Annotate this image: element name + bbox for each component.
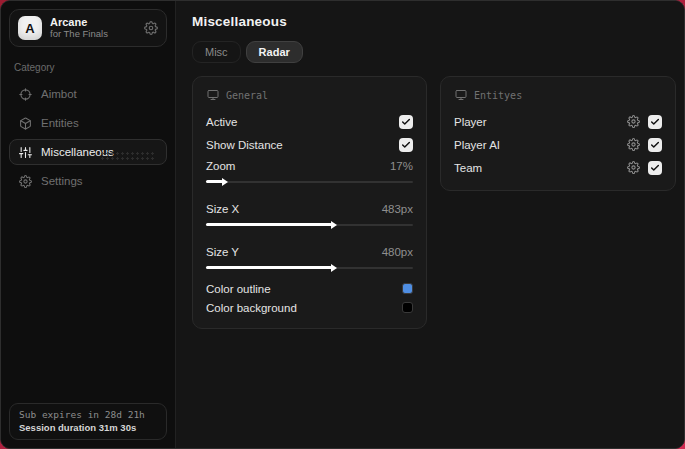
- size-y-slider[interactable]: [206, 263, 413, 272]
- gear-icon: [19, 175, 32, 188]
- sidebar-item-label: Miscellaneous: [41, 146, 114, 158]
- category-label: Category: [14, 62, 167, 73]
- team-settings-gear-icon[interactable]: [627, 161, 640, 174]
- entity-row-team: Team: [454, 156, 662, 179]
- entity-row-player: Player: [454, 110, 662, 133]
- page-title: Miscellaneous: [192, 14, 676, 29]
- tab-bar: Misc Radar: [192, 41, 676, 63]
- color-outline-swatch[interactable]: [402, 283, 413, 294]
- team-checkbox[interactable]: [648, 161, 662, 175]
- panels-row: General Active Show Distance Z: [192, 76, 676, 329]
- tab-radar[interactable]: Radar: [246, 41, 303, 63]
- zoom-slider-fill: [206, 180, 223, 183]
- sidebar-item-aimbot[interactable]: Aimbot: [9, 81, 167, 107]
- crosshair-icon: [19, 88, 32, 101]
- app-name: Arcane: [50, 16, 136, 29]
- entities-panel-header: Entityes: [455, 89, 662, 101]
- header-gear-icon[interactable]: [144, 21, 158, 35]
- zoom-value: 17%: [390, 160, 413, 172]
- entities-panel-title: Entityes: [474, 90, 522, 101]
- entities-panel: Entityes Player Player AI: [440, 76, 676, 191]
- setting-row-zoom: Zoom 17%: [206, 156, 413, 186]
- general-panel-title: General: [226, 90, 268, 101]
- active-checkbox[interactable]: [399, 115, 413, 129]
- box-icon: [19, 117, 32, 130]
- color-background-swatch[interactable]: [402, 302, 413, 313]
- sidebar-item-entities[interactable]: Entities: [9, 110, 167, 136]
- session-duration: Session duration 31m 30s: [19, 422, 157, 433]
- setting-row-show-distance: Show Distance: [206, 133, 413, 156]
- player-ai-settings-gear-icon[interactable]: [627, 138, 640, 151]
- size-x-value: 483px: [382, 203, 413, 215]
- brand-text: Arcane for The Finals: [50, 16, 136, 40]
- size-x-slider-fill: [206, 223, 332, 226]
- setting-row-color-background: Color background: [206, 298, 413, 317]
- brand-card: A Arcane for The Finals: [9, 9, 167, 47]
- app-logo: A: [18, 16, 42, 40]
- app-subtitle: for The Finals: [50, 29, 136, 40]
- sidebar-item-settings[interactable]: Settings: [9, 168, 167, 194]
- sidebar-nav: Aimbot Entities Miscellaneous Settings: [9, 81, 167, 194]
- monitor-icon: [455, 89, 467, 101]
- main-content: Miscellaneous Misc Radar General Active: [176, 1, 685, 448]
- player-settings-gear-icon[interactable]: [627, 115, 640, 128]
- size-y-slider-fill: [206, 266, 332, 269]
- player-ai-checkbox[interactable]: [648, 138, 662, 152]
- sliders-icon: [19, 146, 32, 159]
- zoom-slider[interactable]: [206, 177, 413, 186]
- sidebar-item-label: Entities: [41, 117, 79, 129]
- tab-misc[interactable]: Misc: [192, 41, 241, 63]
- monitor-icon: [207, 89, 219, 101]
- sidebar-item-label: Settings: [41, 175, 83, 187]
- size-y-value: 480px: [382, 246, 413, 258]
- show-distance-checkbox[interactable]: [399, 138, 413, 152]
- app-window: A Arcane for The Finals Category Aimbot: [0, 0, 685, 449]
- general-panel-header: General: [207, 89, 413, 101]
- player-checkbox[interactable]: [648, 115, 662, 129]
- setting-row-size-y: Size Y 480px: [206, 242, 413, 272]
- setting-row-size-x: Size X 483px: [206, 199, 413, 229]
- sidebar: A Arcane for The Finals Category Aimbot: [1, 1, 176, 448]
- setting-row-active: Active: [206, 110, 413, 133]
- entity-row-player-ai: Player AI: [454, 133, 662, 156]
- sidebar-item-miscellaneous[interactable]: Miscellaneous: [9, 139, 167, 165]
- subscription-card: Sub expires in 28d 21h Session duration …: [9, 403, 167, 440]
- sidebar-item-label: Aimbot: [41, 88, 77, 100]
- general-panel: General Active Show Distance Z: [192, 76, 427, 329]
- setting-row-color-outline: Color outline: [206, 279, 413, 298]
- subscription-expiry: Sub expires in 28d 21h: [19, 409, 157, 420]
- size-x-slider[interactable]: [206, 220, 413, 229]
